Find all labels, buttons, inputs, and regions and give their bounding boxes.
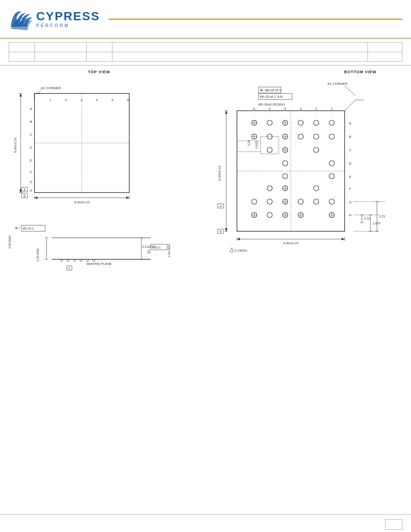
cypress-bird-logo: [9, 5, 34, 33]
svg-text:A: A: [220, 205, 222, 208]
svg-text:4: 4: [96, 98, 98, 102]
svg-text:A: A: [30, 107, 32, 111]
right-panel: BOTTOM VIEW A1 CORNER ⊕ Ø0.05 M C Ø0.25 …: [194, 70, 402, 287]
svg-text:⌱: ⌱: [15, 227, 19, 230]
left-panel: TOP VIEW A1 CORNER 1 2 3 4 5 6 A B C D E: [9, 70, 190, 287]
svg-text:0.55 MAX.: 0.55 MAX.: [9, 234, 11, 249]
bottom-view-label: BOTTOM VIEW: [194, 70, 402, 74]
svg-text:F: F: [349, 187, 351, 191]
svg-text:1: 1: [331, 107, 333, 111]
svg-text:6.00±0.10: 6.00±0.10: [74, 200, 90, 204]
info-table: [9, 42, 402, 62]
svg-line-67: [345, 100, 355, 111]
svg-text:Ø0.30±0.05(36X): Ø0.30±0.05(36X): [258, 103, 285, 106]
cell-1-2: [35, 43, 87, 52]
svg-text:C: C: [68, 267, 70, 270]
svg-point-113: [329, 174, 334, 179]
svg-text:H: H: [30, 189, 32, 193]
svg-text:0.75: 0.75: [364, 217, 370, 220]
svg-point-118: [314, 186, 319, 191]
svg-text:F: F: [30, 170, 32, 174]
svg-text:6: 6: [253, 107, 255, 111]
svg-marker-148: [225, 111, 227, 114]
svg-text:Ø0.05 M C: Ø0.05 M C: [265, 88, 282, 92]
svg-point-102: [329, 134, 334, 139]
svg-marker-177: [230, 248, 234, 252]
svg-marker-25: [126, 196, 129, 199]
header-divider: [109, 19, 402, 20]
svg-text:G: G: [30, 180, 32, 184]
a1-corner-label: A1 CORNER: [41, 86, 61, 90]
svg-text:8.00±0.10: 8.00±0.10: [218, 165, 221, 181]
svg-text:A: A: [349, 121, 352, 125]
svg-text:B: B: [220, 230, 222, 233]
svg-text:2: 2: [65, 98, 67, 102]
drawing-area: TOP VIEW A1 CORNER 1 2 3 4 5 6 A B C D E: [0, 65, 411, 292]
svg-marker-24: [34, 196, 37, 199]
svg-text:4: 4: [284, 107, 286, 111]
top-view-label: TOP VIEW: [9, 70, 190, 74]
cell-1-5: [368, 43, 402, 52]
svg-text:B: B: [24, 194, 26, 197]
info-table-section: [0, 39, 411, 65]
cell-2-5: [368, 52, 402, 62]
svg-text:0.15(4X): 0.15(4X): [235, 249, 247, 252]
svg-point-124: [298, 199, 303, 204]
cell-1-3: [87, 43, 112, 52]
svg-text:0.10 C: 0.10 C: [152, 246, 161, 249]
svg-point-86: [267, 120, 272, 125]
svg-marker-149: [225, 228, 227, 231]
svg-point-107: [314, 147, 319, 152]
header: CYPRESS PERFORM: [0, 0, 411, 39]
svg-text:3: 3: [300, 107, 302, 111]
svg-text:0.26 MAX.: 0.26 MAX.: [36, 247, 39, 261]
table-row-1: [9, 43, 402, 52]
svg-text:C: C: [349, 148, 352, 152]
svg-text:D: D: [30, 146, 32, 149]
svg-text:B: B: [30, 120, 32, 124]
footer-box: [385, 519, 402, 530]
svg-point-90: [298, 120, 303, 125]
svg-text:E: E: [30, 159, 32, 162]
logo-area: CYPRESS PERFORM: [9, 5, 100, 33]
svg-text:3.75: 3.75: [379, 215, 385, 218]
side-view-diagram: ⌱ / Ø0.25 C 0.55 MAX. SEATING PLANE C: [9, 218, 181, 287]
svg-point-103: [267, 147, 272, 152]
svg-text:0.625: 0.625: [255, 141, 258, 149]
svg-text:Ø0.25 C: Ø0.25 C: [23, 227, 34, 230]
svg-marker-159: [342, 238, 345, 240]
footer-line: [0, 514, 411, 515]
cell-2-4: [112, 52, 368, 62]
svg-text:⊕: ⊕: [260, 88, 263, 92]
svg-text:/: /: [19, 227, 20, 230]
company-tagline: PERFORM: [36, 23, 100, 28]
cell-2-1: [9, 52, 35, 62]
svg-point-120: [267, 199, 272, 204]
svg-point-119: [252, 199, 257, 204]
svg-text:1.875: 1.875: [373, 222, 380, 225]
svg-point-108: [283, 161, 288, 166]
svg-line-59: [345, 86, 355, 96]
svg-text:Ø0.25 M C A B: Ø0.25 M C A B: [260, 95, 283, 99]
svg-text:5: 5: [112, 98, 114, 102]
svg-text:E: E: [349, 175, 351, 179]
svg-marker-33: [19, 93, 22, 96]
svg-text:B: B: [349, 135, 351, 139]
svg-text:H: H: [349, 213, 352, 217]
svg-text:2: 2: [315, 107, 318, 111]
svg-text:A: A: [24, 188, 26, 191]
cell-1-1: [9, 43, 35, 52]
svg-text:D: D: [349, 162, 352, 165]
svg-point-130: [267, 212, 272, 218]
svg-point-109: [329, 161, 334, 166]
svg-point-125: [314, 199, 319, 204]
logo-text: CYPRESS PERFORM: [36, 10, 100, 28]
top-view-diagram: A1 CORNER 1 2 3 4 5 6 A B C D E F G H: [9, 76, 181, 214]
cell-1-4: [112, 43, 368, 52]
svg-text:3: 3: [81, 98, 83, 102]
svg-text:8.00±0.10: 8.00±0.10: [13, 137, 17, 153]
cell-2-2: [35, 52, 87, 62]
svg-text:6: 6: [127, 98, 129, 102]
svg-marker-52: [147, 250, 151, 253]
svg-point-114: [267, 186, 272, 191]
